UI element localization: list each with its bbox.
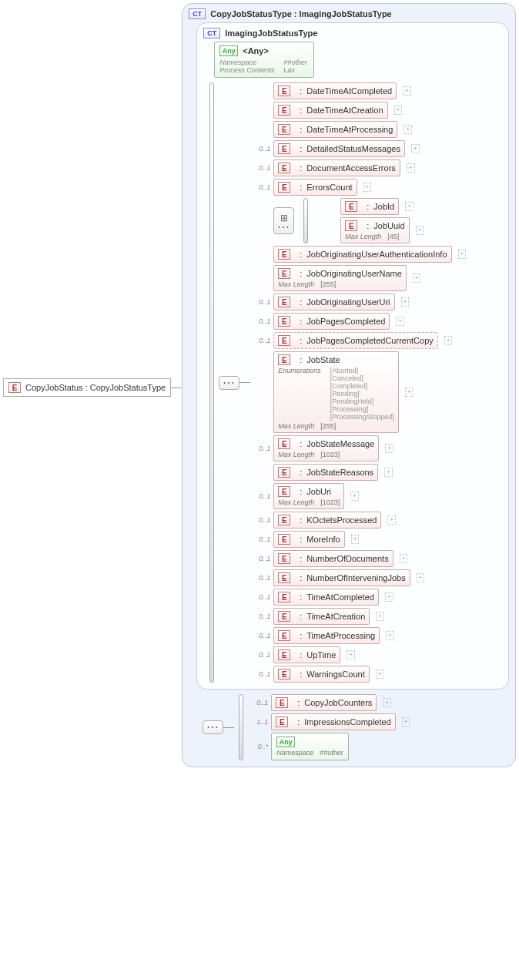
sequence-compositor[interactable]: ⋯ [203,720,223,734]
expand-icon[interactable]: + [385,592,393,602]
element-row: E: DateTimeAtCompleted+ [253,82,466,99]
element-icon: E [278,630,290,641]
expand-icon[interactable]: + [417,573,425,582]
ref-element[interactable]: E: NumberOfDocuments [273,550,393,567]
ref-element[interactable]: E: WarningsCount [273,666,369,683]
ref-element[interactable]: E: DocumentAccessErrors [273,159,400,176]
element-icon: E [278,86,290,96]
type-name: DateTimeAtCompleted [306,86,392,96]
expand-icon[interactable]: + [405,388,414,397]
type-separator: : [300,163,302,173]
max-length-label: Max Length [278,451,314,458]
expand-icon[interactable]: + [444,336,453,345]
ref-element[interactable]: E: JobPagesCompleted [273,313,390,330]
expand-icon[interactable]: + [363,183,372,192]
expand-icon[interactable]: + [401,297,410,307]
element-row: 0..1E: TimeAtCreation+ [253,608,466,625]
any-element[interactable]: Any <Any> Namespace ##other Process Cont… [214,42,314,78]
element-icon: E [345,220,357,231]
element-row: E: DateTimeAtProcessing+ [253,121,466,138]
type-separator: : [300,554,302,563]
type-name: JobOriginatingUserAuthenticationInfo [306,250,447,259]
type-name: UpTime [306,650,336,659]
ref-element[interactable]: E: JobStateReasons [273,464,378,481]
ref-element-with-facets[interactable]: E: JobUuidMax Length[45] [340,217,409,243]
element-row: 0..1E: MoreInfo+ [253,531,466,548]
type-separator: : [300,317,302,326]
expand-icon[interactable]: + [403,125,412,134]
element-row: 1..1E: ImpressionsCompleted+ [251,713,410,730]
ref-element[interactable]: E: KOctetsProcessed [273,512,381,529]
choice-compositor[interactable]: ⊞⋯ [273,207,294,234]
connector [223,727,234,728]
ref-element[interactable]: E: DateTimeAtCompleted [273,82,397,99]
expand-icon[interactable]: + [384,468,393,477]
expand-icon[interactable]: + [405,202,414,211]
ref-element-with-facets[interactable]: E: JobUriMax Length[1023] [273,483,344,509]
element-row: 0..1E: DocumentAccessErrors+ [253,159,466,176]
ref-element[interactable]: E: UpTime [273,646,340,663]
sequence-compositor[interactable]: ⋯ [219,376,239,390]
expand-icon[interactable]: + [416,226,424,235]
expand-icon[interactable]: + [407,163,415,173]
type-name: JobPagesCompleted [306,317,385,326]
ref-element-with-facets[interactable]: E: JobStateEnumerations[Aborted][Cancele… [273,351,399,433]
any-label: <Any> [243,46,269,55]
element-icon: E [276,717,288,727]
type-separator: : [300,106,302,115]
expand-icon[interactable]: + [351,535,360,544]
ref-element[interactable]: E: TimeAtCompleted [273,589,379,606]
enumerations-label: Enumerations [278,367,321,421]
expand-icon[interactable]: + [387,515,396,525]
ref-element[interactable]: E: DateTimeAtCreation [273,102,387,119]
process-contents-value: Lax [283,66,309,74]
expand-icon[interactable]: + [347,650,355,659]
ref-element[interactable]: E: ImpressionsCompleted [271,713,396,730]
any-element[interactable]: AnyNamespace##other [271,733,349,760]
ref-element[interactable]: E: JobPagesCompletedCurrentCopy [273,332,438,349]
ref-element[interactable]: E: NumberOfInterveningJobs [273,569,410,586]
expand-icon[interactable]: + [383,698,391,707]
expand-icon[interactable]: + [403,86,411,96]
element-icon: E [278,249,290,260]
ref-element[interactable]: E: CopyJobCounters [271,694,377,711]
element-row: 0..1E: JobPagesCompletedCurrentCopy+ [253,332,466,349]
expand-icon[interactable]: + [394,106,403,115]
element-icon: E [278,553,290,564]
occurrence: 0..1 [253,145,270,153]
max-length-label: Max Length [278,498,314,506]
expand-icon[interactable]: + [376,670,384,679]
ref-element[interactable]: E: DateTimeAtProcessing [273,121,397,138]
namespace-label: Namespace [219,59,276,66]
element-row: 0..1E: JobOriginatingUserUri+ [253,294,466,310]
occurrence: 0..1 [253,574,270,582]
ref-element[interactable]: E: MoreInfo [273,531,344,548]
ref-element-with-facets[interactable]: E: JobOriginatingUserNameMax Length[255] [273,265,407,291]
root-element-label: CopyJobStatus : CopyJobStatusType [25,383,166,392]
ref-element[interactable]: E: ErrorsCount [273,179,357,196]
root-element[interactable]: E CopyJobStatus : CopyJobStatusType [3,378,171,397]
ref-element[interactable]: E: JobOriginatingUserAuthenticationInfo [273,246,451,263]
ref-element[interactable]: E: DetailedStatusMessages [273,140,405,157]
occurrence: 0..1 [253,164,270,172]
ref-element[interactable]: E: TimeAtProcessing [273,627,380,644]
element-row: E: JobOriginatingUserNameMax Length[255]… [253,265,466,291]
expand-icon[interactable]: + [376,612,384,621]
expand-icon[interactable]: + [396,317,404,326]
expand-icon[interactable]: + [400,554,408,563]
outer-ct-title: CopyJobStatusType : ImagingJobStatusType [210,9,392,18]
expand-icon[interactable]: + [385,444,393,453]
element-icon: E [278,316,290,327]
element-icon: E [276,697,288,708]
expand-icon[interactable]: + [411,144,420,153]
ref-element-with-facets[interactable]: E: JobStateMessageMax Length[1023] [273,435,379,461]
ref-element[interactable]: E: TimeAtCreation [273,608,370,625]
expand-icon[interactable]: + [458,250,467,259]
expand-icon[interactable]: + [413,274,421,283]
expand-icon[interactable]: + [402,717,410,727]
expand-icon[interactable]: + [386,631,394,640]
ref-element[interactable]: E: JobOriginatingUserUri [273,294,394,310]
expand-icon[interactable]: + [350,492,359,501]
element-row: 0..1E: WarningsCount+ [253,666,466,683]
ref-element[interactable]: E: JobId [340,198,399,215]
